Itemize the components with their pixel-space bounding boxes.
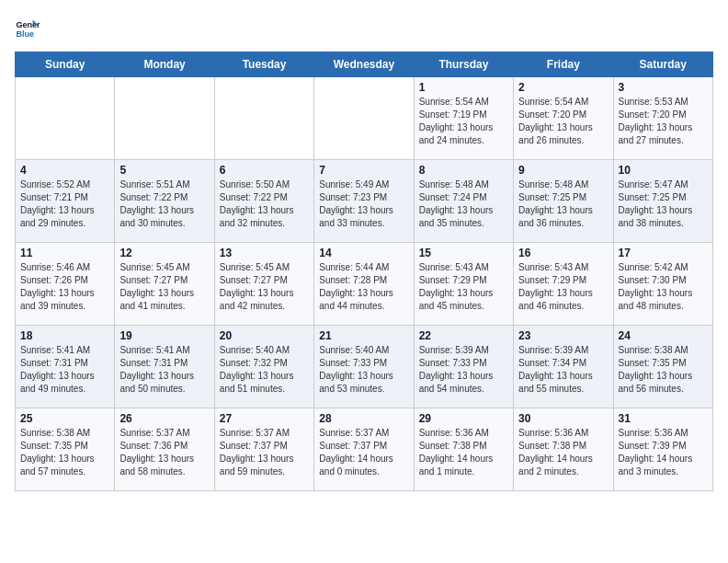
- day-detail: Sunrise: 5:46 AM Sunset: 7:26 PM Dayligh…: [20, 261, 109, 313]
- day-number: 1: [419, 81, 508, 94]
- day-detail: Sunrise: 5:49 AM Sunset: 7:23 PM Dayligh…: [319, 178, 408, 230]
- day-detail: Sunrise: 5:41 AM Sunset: 7:31 PM Dayligh…: [20, 344, 109, 396]
- day-detail: Sunrise: 5:40 AM Sunset: 7:33 PM Dayligh…: [319, 344, 408, 396]
- day-number: 19: [119, 329, 209, 342]
- day-detail: Sunrise: 5:43 AM Sunset: 7:29 PM Dayligh…: [419, 261, 508, 313]
- day-number: 29: [419, 412, 508, 425]
- day-number: 11: [20, 247, 109, 259]
- calendar-week-row: 25Sunrise: 5:38 AM Sunset: 7:35 PM Dayli…: [16, 408, 713, 491]
- calendar-day-header: Sunday: [16, 52, 115, 77]
- calendar-cell: 24Sunrise: 5:38 AM Sunset: 7:35 PM Dayli…: [613, 326, 712, 408]
- calendar-cell: 27Sunrise: 5:37 AM Sunset: 7:37 PM Dayli…: [214, 408, 313, 491]
- calendar-cell: 5Sunrise: 5:51 AM Sunset: 7:22 PM Daylig…: [115, 160, 214, 243]
- calendar-cell: [314, 77, 414, 160]
- calendar-week-row: 1Sunrise: 5:54 AM Sunset: 7:19 PM Daylig…: [16, 77, 713, 160]
- day-detail: Sunrise: 5:36 AM Sunset: 7:38 PM Dayligh…: [518, 427, 608, 478]
- day-detail: Sunrise: 5:41 AM Sunset: 7:31 PM Dayligh…: [119, 344, 209, 396]
- day-number: 9: [518, 164, 608, 177]
- calendar-cell: 17Sunrise: 5:42 AM Sunset: 7:30 PM Dayli…: [613, 243, 712, 326]
- calendar-cell: 20Sunrise: 5:40 AM Sunset: 7:32 PM Dayli…: [214, 326, 313, 408]
- calendar-cell: 21Sunrise: 5:40 AM Sunset: 7:33 PM Dayli…: [314, 326, 414, 408]
- day-number: 30: [518, 412, 608, 425]
- svg-text:Blue: Blue: [16, 29, 34, 39]
- day-detail: Sunrise: 5:36 AM Sunset: 7:39 PM Dayligh…: [619, 427, 708, 478]
- day-detail: Sunrise: 5:54 AM Sunset: 7:19 PM Dayligh…: [419, 96, 508, 147]
- calendar-cell: 4Sunrise: 5:52 AM Sunset: 7:21 PM Daylig…: [16, 160, 115, 243]
- day-detail: Sunrise: 5:39 AM Sunset: 7:33 PM Dayligh…: [419, 344, 508, 396]
- calendar-table: SundayMondayTuesdayWednesdayThursdayFrid…: [15, 52, 713, 491]
- calendar-cell: [214, 77, 313, 160]
- day-number: 2: [518, 81, 608, 94]
- calendar-cell: 6Sunrise: 5:50 AM Sunset: 7:22 PM Daylig…: [214, 160, 313, 243]
- day-number: 8: [419, 164, 508, 177]
- calendar-cell: 30Sunrise: 5:36 AM Sunset: 7:38 PM Dayli…: [514, 408, 613, 491]
- day-number: 25: [20, 412, 109, 425]
- calendar-cell: 23Sunrise: 5:39 AM Sunset: 7:34 PM Dayli…: [514, 326, 613, 408]
- calendar-cell: 8Sunrise: 5:48 AM Sunset: 7:24 PM Daylig…: [414, 160, 513, 243]
- calendar-cell: 29Sunrise: 5:36 AM Sunset: 7:38 PM Dayli…: [414, 408, 513, 491]
- calendar-cell: 11Sunrise: 5:46 AM Sunset: 7:26 PM Dayli…: [16, 243, 115, 326]
- day-number: 23: [518, 329, 608, 342]
- day-detail: Sunrise: 5:36 AM Sunset: 7:38 PM Dayligh…: [419, 427, 508, 478]
- day-number: 14: [319, 247, 408, 259]
- calendar-week-row: 18Sunrise: 5:41 AM Sunset: 7:31 PM Dayli…: [16, 326, 713, 408]
- calendar-cell: 15Sunrise: 5:43 AM Sunset: 7:29 PM Dayli…: [414, 243, 513, 326]
- calendar-cell: [16, 77, 115, 160]
- calendar-cell: 22Sunrise: 5:39 AM Sunset: 7:33 PM Dayli…: [414, 326, 513, 408]
- calendar-cell: 31Sunrise: 5:36 AM Sunset: 7:39 PM Dayli…: [613, 408, 712, 491]
- calendar-cell: 2Sunrise: 5:54 AM Sunset: 7:20 PM Daylig…: [514, 77, 613, 160]
- calendar-cell: 3Sunrise: 5:53 AM Sunset: 7:20 PM Daylig…: [613, 77, 712, 160]
- calendar-cell: 18Sunrise: 5:41 AM Sunset: 7:31 PM Dayli…: [16, 326, 115, 408]
- calendar-day-header: Friday: [514, 52, 613, 77]
- logo-icon: General Blue: [15, 15, 40, 40]
- calendar-cell: 25Sunrise: 5:38 AM Sunset: 7:35 PM Dayli…: [16, 408, 115, 491]
- day-detail: Sunrise: 5:47 AM Sunset: 7:25 PM Dayligh…: [619, 178, 708, 230]
- day-detail: Sunrise: 5:45 AM Sunset: 7:27 PM Dayligh…: [220, 261, 309, 313]
- calendar-week-row: 11Sunrise: 5:46 AM Sunset: 7:26 PM Dayli…: [16, 243, 713, 326]
- day-detail: Sunrise: 5:37 AM Sunset: 7:37 PM Dayligh…: [220, 427, 309, 478]
- calendar-cell: 26Sunrise: 5:37 AM Sunset: 7:36 PM Dayli…: [115, 408, 214, 491]
- day-number: 28: [319, 412, 408, 425]
- day-number: 3: [619, 81, 708, 94]
- day-number: 4: [20, 164, 109, 177]
- calendar-cell: 28Sunrise: 5:37 AM Sunset: 7:37 PM Dayli…: [314, 408, 414, 491]
- calendar-cell: 14Sunrise: 5:44 AM Sunset: 7:28 PM Dayli…: [314, 243, 414, 326]
- day-detail: Sunrise: 5:43 AM Sunset: 7:29 PM Dayligh…: [518, 261, 608, 313]
- calendar-day-header: Wednesday: [314, 52, 414, 77]
- calendar-day-header: Tuesday: [214, 52, 313, 77]
- day-detail: Sunrise: 5:54 AM Sunset: 7:20 PM Dayligh…: [518, 96, 608, 147]
- day-detail: Sunrise: 5:48 AM Sunset: 7:24 PM Dayligh…: [419, 178, 508, 230]
- day-detail: Sunrise: 5:37 AM Sunset: 7:37 PM Dayligh…: [319, 427, 408, 478]
- calendar-header-row: SundayMondayTuesdayWednesdayThursdayFrid…: [16, 52, 713, 77]
- calendar-cell: [115, 77, 214, 160]
- day-detail: Sunrise: 5:42 AM Sunset: 7:30 PM Dayligh…: [619, 261, 708, 313]
- calendar-cell: 12Sunrise: 5:45 AM Sunset: 7:27 PM Dayli…: [115, 243, 214, 326]
- day-detail: Sunrise: 5:51 AM Sunset: 7:22 PM Dayligh…: [119, 178, 209, 230]
- calendar-day-header: Saturday: [613, 52, 712, 77]
- day-detail: Sunrise: 5:38 AM Sunset: 7:35 PM Dayligh…: [619, 344, 708, 396]
- day-number: 26: [119, 412, 209, 425]
- page-header: General Blue: [15, 15, 713, 40]
- day-number: 15: [419, 247, 508, 259]
- day-number: 16: [518, 247, 608, 259]
- calendar-cell: 9Sunrise: 5:48 AM Sunset: 7:25 PM Daylig…: [514, 160, 613, 243]
- calendar-cell: 19Sunrise: 5:41 AM Sunset: 7:31 PM Dayli…: [115, 326, 214, 408]
- day-detail: Sunrise: 5:45 AM Sunset: 7:27 PM Dayligh…: [119, 261, 209, 313]
- day-detail: Sunrise: 5:40 AM Sunset: 7:32 PM Dayligh…: [220, 344, 309, 396]
- day-detail: Sunrise: 5:52 AM Sunset: 7:21 PM Dayligh…: [20, 178, 109, 230]
- calendar-cell: 1Sunrise: 5:54 AM Sunset: 7:19 PM Daylig…: [414, 77, 513, 160]
- day-number: 27: [220, 412, 309, 425]
- day-number: 7: [319, 164, 408, 177]
- calendar-week-row: 4Sunrise: 5:52 AM Sunset: 7:21 PM Daylig…: [16, 160, 713, 243]
- day-detail: Sunrise: 5:50 AM Sunset: 7:22 PM Dayligh…: [220, 178, 309, 230]
- day-number: 6: [220, 164, 309, 177]
- day-number: 5: [119, 164, 209, 177]
- day-number: 21: [319, 329, 408, 342]
- day-number: 13: [220, 247, 309, 259]
- day-number: 24: [619, 329, 708, 342]
- day-detail: Sunrise: 5:37 AM Sunset: 7:36 PM Dayligh…: [119, 427, 209, 478]
- day-detail: Sunrise: 5:48 AM Sunset: 7:25 PM Dayligh…: [518, 178, 608, 230]
- calendar-cell: 7Sunrise: 5:49 AM Sunset: 7:23 PM Daylig…: [314, 160, 414, 243]
- day-number: 20: [220, 329, 309, 342]
- day-detail: Sunrise: 5:39 AM Sunset: 7:34 PM Dayligh…: [518, 344, 608, 396]
